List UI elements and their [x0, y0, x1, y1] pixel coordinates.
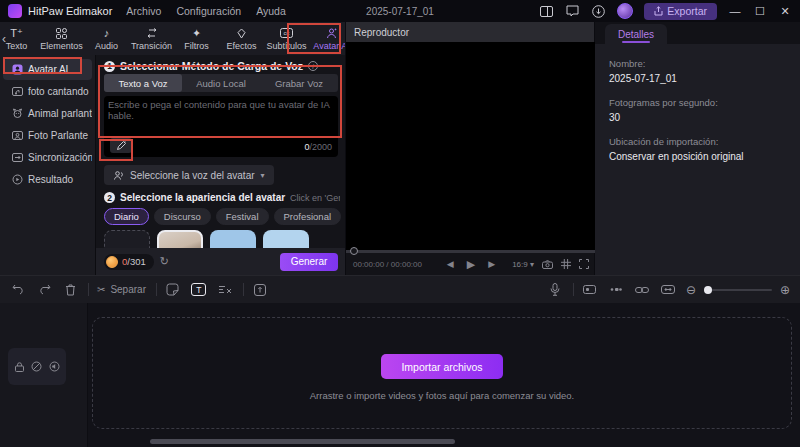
details-panel: Detalles Nombre: 2025-07-17_01 Fotograma… — [595, 22, 800, 275]
play-icon[interactable]: ▶ — [467, 258, 475, 271]
timeline-horizontal-scrollbar[interactable] — [150, 439, 455, 444]
sidebar-item-avatar-ai[interactable]: Avatar AI — [3, 59, 92, 80]
split-button[interactable]: ✂ Separar — [97, 284, 146, 295]
audio-icon: ♪ — [104, 27, 110, 40]
sidebar-item-sincronizacion[interactable]: Sincronización... — [3, 147, 92, 168]
delete-icon[interactable] — [62, 282, 78, 298]
avatar-ai-icon — [326, 27, 338, 40]
result-icon — [11, 174, 23, 186]
prev-frame-icon[interactable]: ◀ — [447, 259, 454, 269]
category-diario[interactable]: Diario — [104, 208, 149, 225]
avatar-ai-panel: 1 Seleccionar Método de Carga de Voz i T… — [95, 55, 345, 275]
sidebar-item-foto-cantando[interactable]: foto cantando — [3, 81, 92, 102]
keyframe-icon[interactable] — [608, 282, 624, 298]
text-icon: T⁺ — [10, 27, 23, 40]
add-text-icon[interactable]: T — [191, 282, 207, 298]
zoom-in-icon[interactable]: ⊕ — [780, 283, 790, 297]
category-profesional[interactable]: Profesional — [274, 208, 342, 225]
video-preview — [346, 42, 596, 250]
mask-icon[interactable] — [582, 282, 598, 298]
info-icon[interactable]: i — [308, 61, 318, 71]
refresh-credits-icon[interactable]: ↻ — [160, 255, 169, 268]
ribbon-tab-avatar-ai[interactable]: Avatar AI — [309, 27, 345, 51]
layout-panels-icon[interactable] — [539, 4, 554, 19]
app-window: HitPaw Edimakor Archivo Configuración Ay… — [0, 0, 800, 447]
ribbon-tab-filtros[interactable]: ✦ Filtros — [174, 27, 219, 51]
aspect-ratio-select[interactable]: 16:9 ▾ — [512, 260, 534, 269]
field-fps: Fotogramas por segundo: 30 — [609, 97, 786, 123]
tts-text-input[interactable] — [108, 99, 334, 133]
undo-icon[interactable] — [10, 282, 26, 298]
player-panel: Reproductor 00:00:00 / 00:00:00 ◀ ▶ ▶ 16… — [345, 22, 595, 275]
hide-track-icon[interactable] — [31, 361, 42, 372]
minimize-button[interactable]: — — [728, 5, 742, 17]
chevron-down-icon: ▾ — [261, 171, 265, 180]
tab-texto-a-voz[interactable]: Texto a Voz — [104, 74, 182, 92]
step2-header: 2 Seleccione la apariencia del avatar Cl… — [104, 192, 340, 203]
tab-detalles[interactable]: Detalles — [605, 24, 667, 44]
scissors-icon: ✂ — [97, 284, 105, 295]
lock-track-icon[interactable] — [15, 362, 24, 372]
tab-audio-local[interactable]: Audio Local — [182, 74, 260, 92]
download-icon[interactable] — [591, 4, 606, 19]
grid-icon[interactable] — [561, 259, 571, 269]
voice-select-dropdown[interactable]: Seleccione la voz del avatar ▾ — [104, 165, 274, 185]
export-button[interactable]: Exportar — [644, 3, 717, 20]
menu-configuracion[interactable]: Configuración — [176, 5, 241, 17]
export-clip-icon[interactable] — [252, 282, 268, 298]
tts-text-box: 0/2000 — [104, 96, 338, 157]
elements-icon — [56, 27, 67, 40]
ribbon-tab-texto[interactable]: T⁺ Texto — [0, 27, 39, 51]
next-frame-icon[interactable]: ▶ — [488, 259, 495, 269]
ribbon-tab-audio[interactable]: ♪ Audio — [84, 27, 129, 51]
timeline-zoom-slider[interactable] — [704, 289, 772, 291]
zoom-slider-knob[interactable] — [704, 286, 712, 294]
feedback-icon[interactable] — [565, 4, 580, 19]
title-bar: HitPaw Edimakor Archivo Configuración Ay… — [0, 0, 800, 22]
fullscreen-icon[interactable] — [579, 259, 589, 269]
generate-bar: 0/301 ↻ Generar — [96, 248, 346, 275]
sticker-icon[interactable] — [165, 282, 181, 298]
remove-subtitle-icon[interactable] — [217, 282, 233, 298]
redo-icon[interactable] — [36, 282, 52, 298]
close-button[interactable]: ✕ — [778, 5, 792, 18]
player-header: Reproductor — [346, 22, 594, 42]
ribbon-tab-efectos[interactable]: Efectos — [219, 27, 264, 51]
coin-icon — [106, 256, 118, 268]
tab-grabar-voz[interactable]: Grabar Voz — [260, 74, 338, 92]
sidebar-item-resultado[interactable]: Resultado — [3, 169, 92, 190]
ribbon-tab-transicion[interactable]: Transición — [129, 27, 174, 51]
sidebar-item-animal-parlante[interactable]: Animal parlante — [3, 103, 92, 124]
mute-track-icon[interactable] — [49, 361, 60, 372]
step1-number: 1 — [104, 61, 115, 72]
svg-text:cc: cc — [284, 30, 290, 36]
lip-sync-icon — [11, 152, 23, 164]
transition-icon — [146, 27, 158, 40]
avatar-ai-icon — [11, 64, 23, 76]
filters-icon: ✦ — [192, 27, 201, 40]
menu-ayuda[interactable]: Ayuda — [256, 5, 286, 17]
char-counter: 0/2000 — [304, 142, 332, 152]
timecode: 00:00:00 / 00:00:00 — [353, 260, 422, 269]
media-drop-zone[interactable]: Importar archivos Arrastre o importe vid… — [92, 317, 792, 429]
generate-button[interactable]: Generar — [280, 253, 338, 271]
ribbon-tab-subtitulos[interactable]: cc Subtítulos — [264, 27, 309, 51]
menu-archivo[interactable]: Archivo — [126, 5, 161, 17]
ai-rewrite-icon[interactable] — [110, 138, 132, 153]
link-clips-icon[interactable] — [634, 282, 650, 298]
snapshot-icon[interactable] — [542, 260, 553, 269]
talking-animal-icon — [11, 108, 23, 120]
voice-person-icon — [113, 170, 124, 181]
maximize-button[interactable]: ☐ — [753, 5, 767, 18]
ribbon-tab-elementos[interactable]: Elementos — [39, 27, 84, 51]
voiceover-mic-icon[interactable] — [547, 282, 563, 298]
user-avatar[interactable] — [617, 3, 633, 19]
zoom-out-icon[interactable]: ⊖ — [686, 283, 696, 297]
category-discurso[interactable]: Discurso — [154, 208, 211, 225]
import-files-button[interactable]: Importar archivos — [381, 354, 503, 379]
category-festival[interactable]: Festival — [216, 208, 269, 225]
fit-timeline-icon[interactable] — [660, 282, 676, 298]
timeline-toolbar: ✂ Separar T — [0, 275, 800, 303]
sidebar-item-foto-parlante[interactable]: Foto Parlante — [3, 125, 92, 146]
subtitles-icon: cc — [280, 27, 293, 40]
